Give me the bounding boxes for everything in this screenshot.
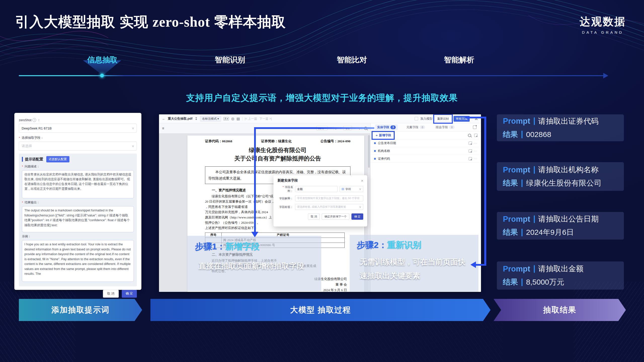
font-style-icon[interactable]: A ▾ xyxy=(223,117,229,120)
eye-icon[interactable]: ◎ xyxy=(231,117,234,121)
divider xyxy=(521,279,522,286)
field-name-input[interactable]: 金额 xyxy=(295,186,338,192)
divider xyxy=(521,179,522,187)
field-desc-label: 字段解释： xyxy=(277,197,293,200)
scrollbar-thumb[interactable] xyxy=(368,135,370,168)
close-icon[interactable] xyxy=(361,178,363,183)
zeroshot-label: zeroShot： xyxy=(19,118,137,122)
tab-composite-fields[interactable]: 组合字段 0 xyxy=(434,124,457,130)
field-tag-label: 字段标签： xyxy=(277,205,293,209)
tab-smart-parsing[interactable]: 智能解析 xyxy=(444,55,474,65)
prompt-label: Prompt xyxy=(503,117,530,126)
step2-arrow-horizontal-top xyxy=(465,117,486,118)
tab-track-arrow-icon xyxy=(603,73,608,78)
result-text: 002868 xyxy=(526,130,551,139)
entity-count-badge: 3 xyxy=(390,125,396,129)
field-name-label: 字段名称： xyxy=(277,185,293,193)
collapse-panel-icon[interactable] xyxy=(474,134,477,137)
cancel-button[interactable]: 取 消 xyxy=(103,290,118,298)
field-bullet-icon xyxy=(374,150,376,152)
tab-element-fields[interactable]: 元素字段 0 xyxy=(404,124,427,130)
step1-desc: 直接在抽取页面新增待抽取字段 xyxy=(198,261,321,271)
banner-extraction-result: 抽取结果 xyxy=(494,299,626,321)
tab-track-line xyxy=(19,75,603,76)
reidentify-button[interactable]: 重新识别 xyxy=(435,116,451,122)
search-icon[interactable] xyxy=(468,134,471,137)
logo-cn-text: 达观数据 xyxy=(575,15,630,29)
modal-title: 新建实体字段 xyxy=(277,178,298,183)
output-textarea[interactable]: The output should be a markdown codesnip… xyxy=(22,206,134,232)
annotate-mode-button[interactable]: 右标注模式 ▾ xyxy=(200,116,221,122)
step2-arrowhead-icon xyxy=(470,261,476,268)
step2-tag: 步骤2： xyxy=(357,240,387,250)
step2-overlay: 步骤2：重新识别 无需训练模型，可在当前页面快 速抽取出关键要素 xyxy=(350,235,478,292)
more-actions-icon[interactable]: ··· xyxy=(474,149,477,152)
result-card-announce-date: Prompt请抽取出公告日期 结果2024年9月6日 xyxy=(497,212,624,240)
question-textarea[interactable]: 你非常擅长从给定的文档中抽取出关键信息, 请从我给到的文档中把关键信息提取出来,… xyxy=(22,170,134,198)
field-row-announce-date[interactable]: 公告发布日期 ··· xyxy=(371,139,481,147)
element-count-badge: 0 xyxy=(420,125,425,129)
result-label: 结果 xyxy=(503,227,518,238)
result-label: 结果 xyxy=(503,178,518,188)
tab-entity-fields[interactable]: 实体字段 3 xyxy=(375,124,398,130)
divider xyxy=(534,215,535,223)
field-row-stock-code[interactable]: 证券代码 ··· xyxy=(371,155,481,163)
chevron-down-icon xyxy=(359,205,361,209)
step1-arrowhead-icon xyxy=(251,232,258,237)
download-icon[interactable]: ↧ xyxy=(195,117,198,121)
output-label: 结果输出： xyxy=(22,200,134,205)
export-icon[interactable] xyxy=(473,125,476,129)
thumbnail-panel-icon[interactable]: ≣ xyxy=(162,127,164,130)
back-icon[interactable]: ← xyxy=(162,117,166,121)
tab-smart-recognition[interactable]: 智能识别 xyxy=(215,55,245,65)
join-model-checkbox[interactable] xyxy=(415,117,418,120)
confirm-button[interactable]: 确 定 xyxy=(122,290,137,298)
result-label: 结果 xyxy=(503,129,518,140)
question-label: 问题描述： xyxy=(22,164,134,169)
step2-desc-line2: 速抽取出关键要素 xyxy=(360,271,478,281)
type-icon xyxy=(342,188,344,190)
file-name: 重大公告抽取.pdf xyxy=(168,117,192,121)
result-text: 2024年9月6日 xyxy=(526,227,574,238)
prev-doc-button[interactable]: |< 上一篇 xyxy=(245,117,257,121)
prompt-text: 请抽取出公告日期 xyxy=(538,214,599,224)
locate-icon[interactable] xyxy=(469,149,472,153)
step2-desc-line1: 无需训练模型，可在当前页面快 xyxy=(360,257,478,267)
divider xyxy=(521,131,522,138)
field-desc-input[interactable]: 字符类型限制中英文数字以及下划线，最长 50 个字符 xyxy=(295,195,363,201)
example-textarea[interactable]: I hope you act as a text entity extracti… xyxy=(22,240,134,282)
tab-info-extraction[interactable]: 信息抽取 xyxy=(87,55,117,65)
divider xyxy=(534,265,535,273)
divider xyxy=(242,117,243,121)
modal-confirm-button[interactable]: 确 定 xyxy=(351,213,363,220)
divider xyxy=(534,117,535,125)
field-row-org-name[interactable]: 机构名称 ··· xyxy=(371,147,481,155)
result-card-stock-code: Prompt请抽取出证券代码 结果002868 xyxy=(497,114,624,141)
locate-icon[interactable] xyxy=(469,157,472,160)
tab-smart-comparison[interactable]: 智能比对 xyxy=(337,55,367,65)
step2-name: 重新识别 xyxy=(387,240,421,250)
page-layout-icon[interactable]: ▤ xyxy=(236,117,240,121)
locate-icon[interactable] xyxy=(469,142,472,145)
modal-cancel-button[interactable]: 取 消 xyxy=(308,213,320,220)
prompt-text: 请抽取出金额 xyxy=(538,264,584,274)
add-field-button[interactable]: ＋ 新增字段 xyxy=(374,133,392,138)
result-label: 结果 xyxy=(503,277,518,287)
more-actions-icon[interactable]: ··· xyxy=(474,142,477,145)
logo-en-text: DATA GRAND xyxy=(575,30,630,34)
banner-add-prompt: 添加抽取提示词 xyxy=(19,299,142,321)
divider xyxy=(534,166,535,174)
field-bullet-icon xyxy=(374,142,376,144)
next-doc-button[interactable]: 下一篇 >| xyxy=(259,117,272,121)
field-select[interactable]: 请选择 xyxy=(19,142,137,151)
result-text: 绿康化生股份有限公司 xyxy=(526,178,601,188)
field-tag-select[interactable]: 请选择标签, 或输入内容按下回车新建标签 xyxy=(295,204,363,210)
field-type-select[interactable]: 字符 xyxy=(340,186,363,192)
more-actions-icon[interactable]: ··· xyxy=(474,157,477,160)
model-select[interactable]: DeepSeek R1 671B xyxy=(19,124,137,133)
divider xyxy=(521,229,522,236)
step1-overlay: 步骤1：新增字段 直接在抽取页面新增待抽取字段 xyxy=(187,236,321,291)
restore-default-button[interactable]: 还原默认配置 xyxy=(46,156,69,162)
confirm-and-add-next-button[interactable]: 确定并新增下一个 xyxy=(322,213,349,220)
step1-arrow-vertical xyxy=(254,127,256,232)
